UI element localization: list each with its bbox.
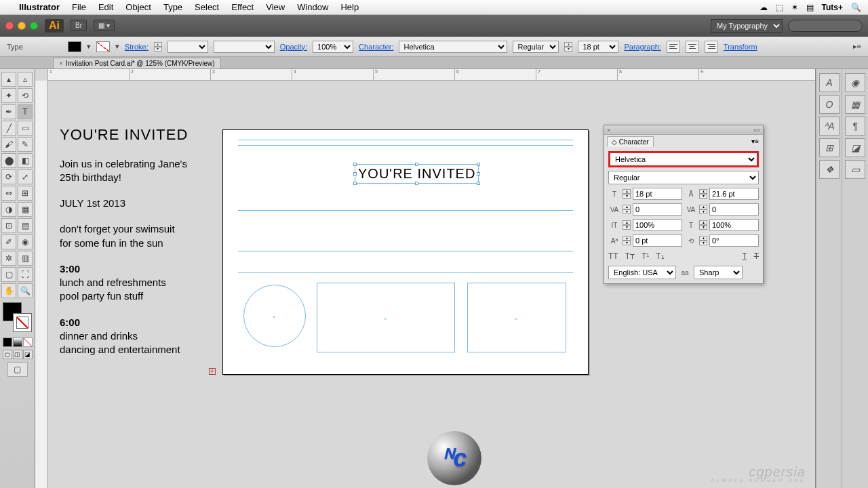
window-close[interactable] [5, 22, 14, 30]
eraser-tool[interactable]: ◧ [18, 153, 33, 168]
font-size-select[interactable]: 18 pt [578, 41, 618, 53]
selected-text-frame[interactable]: YOU'RE INVITED [355, 164, 479, 184]
stroke-swatch[interactable] [96, 41, 110, 52]
panel-kerning[interactable] [633, 203, 682, 216]
stroke-link[interactable]: Stroke: [125, 43, 149, 51]
character-tab[interactable]: ◇ Character [607, 136, 654, 147]
width-tool[interactable]: ⇔ [1, 186, 16, 201]
align-panel-icon[interactable]: ⊞ [819, 138, 840, 157]
none-mode[interactable] [23, 338, 33, 347]
line-tool[interactable]: ╱ [1, 121, 16, 136]
pen-tool[interactable]: ✒ [1, 104, 16, 119]
workspace-select[interactable]: My Typography [711, 19, 783, 33]
cloud-icon[interactable]: ☁ [760, 3, 768, 12]
menu-object[interactable]: Object [125, 2, 151, 12]
align-left-button[interactable] [667, 41, 680, 53]
allcaps-button[interactable]: TT [608, 251, 618, 261]
slice-tool[interactable]: ⛶ [18, 267, 33, 282]
panel-antialias[interactable]: Sharp [694, 266, 743, 279]
rect-shape-2[interactable]: × [467, 283, 566, 352]
align-center-button[interactable] [686, 41, 699, 53]
eyedropper-tool[interactable]: ✐ [1, 235, 16, 249]
panel-hscale[interactable] [709, 219, 759, 231]
panel-language[interactable]: English: USA [608, 266, 676, 279]
panel-font-style[interactable]: Regular [608, 171, 759, 184]
graph-tool[interactable]: ▥ [18, 251, 33, 266]
window-zoom[interactable] [30, 22, 38, 30]
record-icon[interactable]: ⬚ [776, 3, 783, 12]
zoom-tool[interactable]: 🔍 [18, 283, 33, 298]
transform-link[interactable]: Transform [724, 43, 757, 51]
shape-builder-tool[interactable]: ◑ [1, 202, 16, 217]
spotlight-icon[interactable]: 🔍 [851, 3, 861, 12]
blend-tool[interactable]: ◉ [18, 235, 33, 249]
pasteboard-text[interactable]: YOU'RE INVITED Join us in celebrating Ja… [60, 125, 188, 357]
menu-extra-icon[interactable]: ▤ [806, 3, 814, 12]
search-input[interactable] [788, 20, 863, 32]
superscript-button[interactable]: T¹ [642, 251, 649, 261]
menu-help[interactable]: Help [340, 2, 359, 12]
hand-tool[interactable]: ✋ [1, 283, 16, 298]
artboard-tool[interactable]: ▢ [1, 267, 16, 282]
panel-menu-icon[interactable]: ▾≡ [750, 136, 760, 147]
canvas-area[interactable]: 123456789 YOU'RE INVITED Join us in cele… [35, 69, 815, 488]
paragraph-link[interactable]: Paragraph: [624, 43, 660, 51]
opacity-link[interactable]: Opacity: [280, 43, 307, 51]
color-panel-icon[interactable]: ◉ [845, 73, 865, 92]
stroke-dropdown-icon[interactable]: ▾ [115, 42, 119, 51]
vertical-ruler[interactable] [35, 81, 47, 488]
panel-font-family[interactable]: Helvetica [608, 151, 759, 167]
glyphs-panel-icon[interactable]: ᴬA [819, 117, 840, 136]
panel-menu-icon[interactable]: ▸≡ [853, 42, 861, 51]
menu-view[interactable]: View [266, 2, 285, 12]
draw-behind[interactable]: ◫ [13, 350, 22, 359]
menu-window[interactable]: Window [297, 2, 328, 12]
panel-rotation[interactable] [709, 235, 759, 247]
gradient-tool[interactable]: ▤ [18, 218, 33, 233]
artboards-panel-icon[interactable]: ▭ [845, 160, 865, 179]
gradient-mode[interactable] [13, 338, 22, 347]
align-right-button[interactable] [705, 41, 718, 53]
panel-collapse-icon[interactable]: «« [753, 127, 760, 134]
pencil-tool[interactable]: ✎ [18, 137, 33, 152]
subscript-button[interactable]: T₁ [656, 251, 664, 261]
scale-tool[interactable]: ⤢ [18, 169, 33, 184]
blob-brush-tool[interactable]: ⬤ [1, 153, 16, 168]
sync-icon[interactable]: ✶ [791, 3, 798, 12]
opacity-select[interactable]: 100% [313, 41, 353, 53]
fill-swatch[interactable] [68, 41, 81, 52]
fill-dropdown-icon[interactable]: ▾ [87, 42, 91, 51]
panel-leading[interactable] [709, 188, 759, 200]
smallcaps-button[interactable]: Tᴛ [625, 251, 635, 261]
rectangle-tool[interactable]: ▭ [18, 121, 33, 136]
app-menu[interactable]: Illustrator [19, 2, 60, 12]
paragraph-panel-icon[interactable]: ¶ [845, 117, 865, 136]
free-transform-tool[interactable]: ⊞ [18, 186, 33, 201]
artboard[interactable]: YOU'RE INVITED × × × [222, 129, 589, 375]
close-tab-icon[interactable]: × [59, 60, 63, 67]
mesh-tool[interactable]: ⊡ [1, 218, 16, 233]
circle-shape[interactable]: × [243, 285, 306, 347]
stroke-stepper[interactable]: ▴▾ [154, 42, 162, 52]
menu-file[interactable]: File [72, 2, 86, 12]
stroke-weight-select[interactable] [167, 41, 208, 53]
fill-stroke-control[interactable] [3, 302, 32, 332]
screen-mode[interactable]: ▢ [7, 362, 28, 377]
perspective-tool[interactable]: ▦ [18, 202, 33, 217]
swatches-panel-icon[interactable]: ▦ [845, 95, 865, 114]
character-panel[interactable]: ×«« ◇ Character▾≡ Helvetica Regular T▴▾ … [604, 125, 764, 284]
draw-inside[interactable]: ◪ [23, 350, 33, 359]
color-mode[interactable] [3, 338, 12, 347]
menu-edit[interactable]: Edit [98, 2, 113, 12]
menu-select[interactable]: Select [195, 2, 219, 12]
draw-normal[interactable]: ◻ [3, 350, 12, 359]
opentype-panel-icon[interactable]: O [819, 95, 840, 114]
arrange-button[interactable]: ▦ ▾ [94, 20, 115, 31]
pathfinder-panel-icon[interactable]: ◪ [845, 138, 865, 157]
brush-select[interactable] [214, 41, 275, 53]
panel-font-size[interactable] [633, 188, 682, 200]
font-style-select[interactable]: Regular [513, 41, 559, 53]
selection-tool[interactable]: ▴ [1, 72, 16, 87]
direct-selection-tool[interactable]: ▵ [18, 72, 33, 87]
window-minimize[interactable] [18, 22, 26, 30]
